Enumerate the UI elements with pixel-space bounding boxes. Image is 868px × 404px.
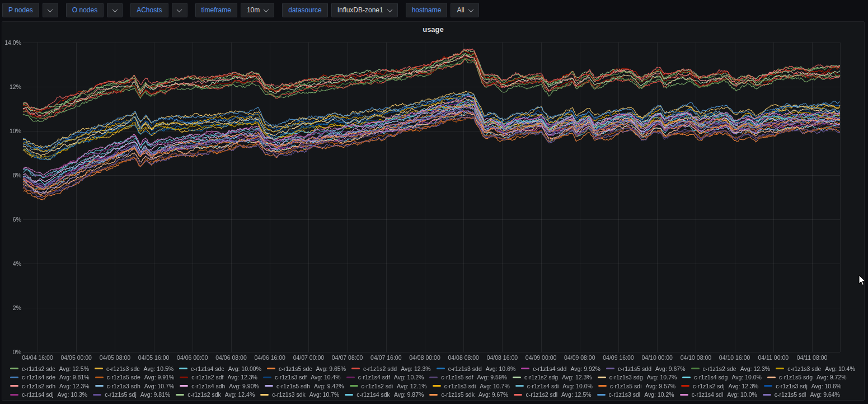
legend-series-avg: Avg: 12.4% (225, 391, 255, 398)
legend-item[interactable]: c-r1z1s4 sddAvg: 9.92% (521, 365, 600, 372)
legend-series-name: c-r1z1s3 sdk (272, 391, 306, 398)
legend-item[interactable]: c-r1z1s3 sdkAvg: 10.7% (260, 391, 339, 398)
legend-item[interactable]: c-r1z1s3 sdjAvg: 10.6% (764, 383, 841, 389)
legend-series-avg: Avg: 9.72% (817, 374, 847, 380)
legend-item[interactable]: c-r1z1s5 sdkAvg: 9.67% (429, 391, 508, 398)
variable-label-p-nodes[interactable]: P nodes (2, 3, 39, 17)
usage-panel: usage 0%2%4%6%8%10%12%14.0% 04/04 16:000… (2, 21, 865, 401)
legend-color-swatch (179, 368, 187, 369)
x-axis-tick-label: 04/05 16:00 (132, 354, 176, 361)
legend-item[interactable]: c-r1z1s2 sdhAvg: 12.3% (10, 383, 90, 389)
legend-series-avg: Avg: 10.7% (480, 383, 510, 389)
legend-item[interactable]: c-r1z1s5 sddAvg: 9.67% (606, 365, 686, 372)
x-axis-tick-label: 04/08 16:00 (480, 354, 524, 361)
variable-group-datasource: datasource InfluxDB-zone1 (282, 3, 397, 17)
y-axis-tick-label: 12% (2, 83, 21, 90)
legend-series-name: c-r1z1s5 sdi (610, 383, 642, 389)
legend-color-swatch (763, 394, 771, 396)
legend-series-avg: Avg: 12.3% (740, 365, 771, 372)
legend-item[interactable]: c-r1z1s4 sdcAvg: 10.00% (179, 365, 261, 372)
legend-item[interactable]: c-r1z1s4 sdlAvg: 10.0% (680, 391, 757, 398)
legend-series-avg: Avg: 9.81% (140, 391, 171, 398)
legend-item[interactable]: c-r1z1s5 sdeAvg: 9.91% (95, 374, 175, 380)
legend-series-avg: Avg: 9.91% (144, 374, 175, 380)
chart-canvas[interactable] (2, 37, 865, 373)
variable-label-hostname[interactable]: hostname (406, 3, 448, 17)
legend-item[interactable]: c-r1z1s4 sdkAvg: 9.87% (345, 391, 424, 398)
legend-item[interactable]: c-r1z1s3 sdfAvg: 10.4% (263, 374, 341, 380)
legend-item[interactable]: c-r1z1s2 sdfAvg: 12.3% (180, 374, 257, 380)
panel-title[interactable]: usage (2, 25, 864, 34)
legend-series-name: c-r1z1s4 sdc (191, 365, 224, 372)
variable-value-hostname[interactable]: All (451, 3, 478, 17)
legend-series-avg: Avg: 10.6% (486, 365, 516, 372)
variable-dropdown-achosts[interactable] (172, 3, 187, 17)
legend-item[interactable]: c-r1z1s2 sdeAvg: 12.3% (691, 365, 771, 372)
variable-label-o-nodes[interactable]: O nodes (66, 3, 104, 17)
legend-series-name: c-r1z1s2 sdg (524, 374, 558, 380)
legend-color-swatch (429, 394, 438, 396)
legend-item[interactable]: c-r1z1s3 sdlAvg: 10.2% (597, 391, 674, 398)
legend-series-avg: Avg: 10.0% (731, 374, 762, 380)
legend-series-name: c-r1z1s5 sdj (105, 391, 137, 398)
variable-value-datasource[interactable]: InfluxDB-zone1 (331, 3, 398, 17)
legend-color-swatch (350, 385, 358, 387)
legend-color-swatch (515, 385, 524, 387)
legend-color-swatch (437, 368, 445, 369)
legend-color-swatch (346, 377, 355, 378)
variable-value-timeframe[interactable]: 10m (241, 3, 274, 17)
legend-series-name: c-r1z1s3 sdl (609, 391, 641, 398)
variable-label-achosts[interactable]: AChosts (130, 3, 168, 17)
legend-item[interactable]: c-r1z1s2 sdkAvg: 12.4% (176, 391, 255, 398)
legend-item[interactable]: c-r1z1s2 sdlAvg: 12.5% (514, 391, 591, 398)
variable-label-datasource[interactable]: datasource (282, 3, 327, 17)
variable-label-timeframe[interactable]: timeframe (195, 3, 237, 17)
legend-color-swatch (606, 368, 614, 369)
legend-item[interactable]: c-r1z1s4 sdhAvg: 9.90% (180, 383, 259, 389)
legend-series-name: c-r1z1s4 sdg (694, 374, 728, 380)
x-axis-tick-label: 04/06 00:00 (170, 354, 215, 361)
x-axis-tick-label: 04/05 08:00 (92, 354, 137, 361)
legend-item[interactable]: c-r1z1s5 sdlAvg: 9.64% (763, 391, 840, 398)
legend-color-swatch (95, 385, 104, 387)
legend-item[interactable]: c-r1z1s2 sddAvg: 12.3% (351, 365, 431, 372)
y-axis-tick-label: 10% (2, 128, 21, 134)
legend-item[interactable]: c-r1z1s3 sdiAvg: 10.7% (433, 383, 510, 389)
legend-item[interactable]: c-r1z1s3 sdeAvg: 10.4% (776, 365, 855, 372)
legend-item[interactable]: c-r1z1s3 sddAvg: 10.6% (437, 365, 516, 372)
legend-series-avg: Avg: 9.65% (316, 365, 346, 372)
legend-item[interactable]: c-r1z1s2 sdgAvg: 12.3% (513, 374, 592, 380)
legend-item[interactable]: c-r1z1s4 sdfAvg: 10.2% (346, 374, 424, 380)
legend-series-name: c-r1z1s2 sdf (191, 374, 223, 380)
legend-series-avg: Avg: 10.7% (144, 383, 175, 389)
legend-item[interactable]: c-r1z1s3 sdhAvg: 10.7% (95, 383, 175, 389)
legend-series-avg: Avg: 10.0% (562, 383, 593, 389)
legend-item[interactable]: c-r1z1s5 sdiAvg: 9.57% (598, 383, 675, 389)
legend-item[interactable]: c-r1z1s4 sdeAvg: 9.81% (10, 374, 90, 380)
chevron-down-icon (264, 7, 269, 12)
legend-item[interactable]: c-r1z1s4 sdiAvg: 10.0% (515, 383, 593, 389)
legend-item[interactable]: c-r1z1s2 sdcAvg: 12.5% (10, 365, 89, 372)
legend-item[interactable]: c-r1z1s4 sdjAvg: 10.3% (10, 391, 87, 398)
variable-dropdown-p-nodes[interactable] (43, 3, 58, 17)
legend-item[interactable]: c-r1z1s5 sdcAvg: 9.65% (267, 365, 346, 372)
legend-item[interactable]: c-r1z1s4 sdgAvg: 10.0% (682, 374, 762, 380)
legend-series-avg: Avg: 9.87% (394, 391, 424, 398)
legend-color-swatch (351, 368, 360, 369)
legend-item[interactable]: c-r1z1s2 sdiAvg: 12.1% (350, 383, 427, 389)
legend-series-avg: Avg: 10.4% (311, 374, 341, 380)
legend-series-avg: Avg: 9.92% (570, 365, 600, 372)
legend-item[interactable]: c-r1z1s2 sdjAvg: 12.3% (681, 383, 758, 389)
legend-item[interactable]: c-r1z1s5 sdfAvg: 9.59% (429, 374, 507, 380)
legend-series-name: c-r1z1s2 sdk (187, 391, 221, 398)
legend-item[interactable]: c-r1z1s5 sdgAvg: 9.72% (767, 374, 847, 380)
variable-dropdown-o-nodes[interactable] (107, 3, 123, 17)
legend-series-name: c-r1z1s4 sdi (527, 383, 559, 389)
legend-item[interactable]: c-r1z1s5 sdhAvg: 9.42% (265, 383, 344, 389)
legend-series-name: c-r1z1s5 sdf (441, 374, 473, 380)
legend-item[interactable]: c-r1z1s3 sdgAvg: 10.7% (598, 374, 677, 380)
legend-item[interactable]: c-r1z1s5 sdjAvg: 9.81% (93, 391, 170, 398)
legend-series-avg: Avg: 12.3% (59, 383, 90, 389)
legend-item[interactable]: c-r1z1s3 sdcAvg: 10.5% (95, 365, 173, 372)
legend-series-name: c-r1z1s5 sdk (441, 391, 475, 398)
